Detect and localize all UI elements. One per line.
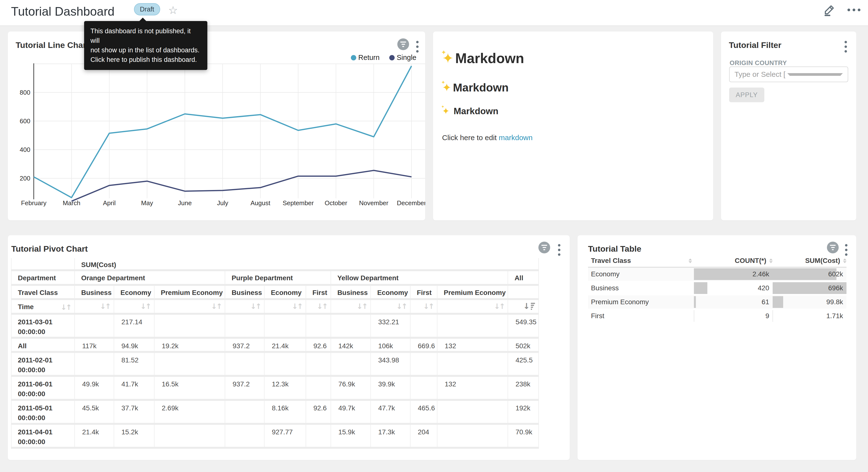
- pivot-sort-cell: ↓↑: [306, 300, 331, 315]
- pivot-value-cell: 12.3k: [265, 377, 306, 401]
- sum-bar: [773, 310, 773, 322]
- pivot-table: SUM(Cost)DepartmentOrange DepartmentPurp…: [11, 258, 539, 449]
- pivot-value-cell: 21.4k: [265, 339, 306, 353]
- filter-kebab-menu-icon[interactable]: [843, 40, 848, 54]
- pivot-value-cell: 343.98: [371, 353, 410, 377]
- pivot-value-cell: 92.6: [306, 401, 331, 425]
- svg-text:800: 800: [20, 89, 30, 96]
- pivot-value-cell: 47.7k: [371, 401, 410, 425]
- markdown-card: ✦✦Markdown ✦✦Markdown ✦✦ Markdown Click …: [433, 32, 713, 220]
- pivot-sort-cell: ↓↑: [114, 300, 155, 315]
- sort-icon[interactable]: ↓↑: [317, 302, 327, 311]
- pivot-value-cell: [155, 425, 225, 449]
- sort-icon[interactable]: ↓↑: [100, 302, 110, 311]
- origin-country-select[interactable]: Type or Select [Origin Country]: [729, 66, 848, 82]
- pivot-group-header: Yellow Department: [331, 271, 508, 286]
- count-cell: 420: [694, 282, 773, 295]
- pivot-row-label: All: [11, 339, 75, 353]
- sort-icon[interactable]: ↓↑: [211, 302, 221, 311]
- pivot-sort-cell: ↓↑: [75, 300, 114, 315]
- svg-text:February: February: [21, 199, 46, 207]
- pivot-sort-cell: ↓↑: [371, 300, 410, 315]
- travel-class-cell: Economy: [588, 268, 694, 281]
- sort-icon[interactable]: ↓↑: [356, 302, 367, 311]
- pivot-sort-cell: ↓↑: [410, 300, 437, 315]
- markdown-h3: ✦✦ Markdown: [442, 106, 704, 116]
- sort-icon[interactable]: ↓↑: [140, 302, 150, 311]
- page-title[interactable]: Tutorial Dashboard: [11, 4, 115, 19]
- edit-markdown-link[interactable]: markdown: [499, 134, 532, 142]
- pivot-value-cell: 39.9k: [371, 377, 410, 401]
- sort-descending-icon[interactable]: ↓: [523, 302, 535, 310]
- sort-icon[interactable]: ↓↑: [396, 302, 406, 311]
- pivot-value-cell: 2.69k: [155, 401, 225, 425]
- pivot-value-cell: 21.4k: [75, 425, 114, 449]
- tooltip-line: This dashboard is not published, it will: [90, 26, 201, 46]
- pivot-value-cell: 106k: [371, 339, 410, 353]
- svg-text:600: 600: [20, 117, 30, 125]
- sum-cell: 99.8k: [773, 295, 846, 308]
- filter-card-title: Tutorial Filter: [729, 40, 781, 50]
- more-options-icon[interactable]: [847, 3, 861, 17]
- table-row: Business420696k: [588, 282, 846, 295]
- sum-bar: [773, 268, 836, 280]
- chart-kebab-menu-icon[interactable]: [415, 40, 420, 54]
- apply-button[interactable]: APPLY: [729, 88, 764, 102]
- sort-icon[interactable]: ↓↑: [423, 302, 433, 311]
- svg-text:200: 200: [20, 175, 30, 182]
- pivot-value-cell: 238k: [508, 377, 539, 401]
- table-card-title: Tutorial Table: [588, 244, 641, 254]
- publish-tooltip[interactable]: This dashboard is not published, it will…: [84, 21, 207, 70]
- draft-badge[interactable]: Draft: [134, 3, 160, 16]
- svg-text:September: September: [283, 199, 314, 207]
- svg-text:December: December: [397, 199, 425, 207]
- select-placeholder: Type or Select [Origin Country]: [735, 70, 785, 79]
- pivot-value-cell: [331, 353, 371, 377]
- chart-kebab-menu-icon[interactable]: [557, 243, 561, 257]
- table-column-header[interactable]: Travel Class: [588, 257, 694, 265]
- svg-text:400: 400: [20, 146, 30, 153]
- pivot-subheader: First: [410, 286, 437, 300]
- pivot-value-cell: [225, 401, 265, 425]
- count-bar: [694, 310, 694, 322]
- pivot-subheader: Business: [331, 286, 371, 300]
- sort-icon[interactable]: ↓↑: [61, 303, 71, 312]
- pivot-metric-header: SUM(Cost): [75, 258, 539, 271]
- pivot-sort-cell: ↓: [508, 300, 539, 315]
- sort-icon[interactable]: ↓↑: [494, 302, 504, 311]
- pivot-value-cell: 927.77: [265, 425, 306, 449]
- pivot-value-cell: [75, 353, 114, 377]
- pivot-value-cell: 937.2: [225, 339, 265, 353]
- chevron-down-icon: [787, 73, 843, 76]
- pivot-value-cell: 669.6: [410, 339, 437, 353]
- pivot-group-header: Orange Department: [75, 271, 225, 286]
- tutorial-table: Travel ClassCOUNT(*)SUM(Cost)Economy2.46…: [588, 255, 846, 323]
- edit-dashboard-icon[interactable]: [823, 3, 836, 17]
- sort-icon[interactable]: ↓↑: [250, 302, 260, 311]
- pivot-subheader: Premium Economy: [155, 286, 225, 300]
- filter-count-icon[interactable]: [827, 242, 839, 254]
- filter-count-icon[interactable]: [397, 38, 409, 50]
- chart-legend: ReturnSingle: [351, 54, 416, 62]
- pivot-value-cell: [225, 315, 265, 339]
- pivot-row: 2011-03-0100:00:00217.14332.21549.35: [11, 315, 539, 339]
- pivot-row-label: 2011-06-0100:00:00: [11, 377, 75, 401]
- pivot-value-cell: 41.7k: [114, 377, 155, 401]
- sort-icon[interactable]: ↓↑: [292, 302, 302, 311]
- line-chart-svg[interactable]: 200400600800FebruaryMarchAprilMayJuneJul…: [8, 63, 425, 212]
- filter-count-icon[interactable]: [538, 242, 550, 254]
- sort-carets-icon: [843, 259, 846, 263]
- pivot-value-cell: 549.35: [508, 315, 539, 339]
- table-column-header[interactable]: COUNT(*): [694, 257, 773, 265]
- legend-item-single[interactable]: Single: [389, 54, 416, 62]
- legend-item-return[interactable]: Return: [351, 54, 379, 62]
- pivot-row-label: 2011-05-0100:00:00: [11, 401, 75, 425]
- pivot-value-cell: [331, 315, 371, 339]
- table-column-header[interactable]: SUM(Cost): [773, 257, 846, 265]
- pivot-value-cell: 192k: [508, 401, 539, 425]
- svg-text:July: July: [217, 199, 228, 207]
- pivot-sort-cell: ↓↑: [437, 300, 508, 315]
- header-actions: [823, 3, 861, 17]
- svg-text:June: June: [178, 199, 192, 207]
- favorite-star-icon[interactable]: ☆: [168, 4, 178, 17]
